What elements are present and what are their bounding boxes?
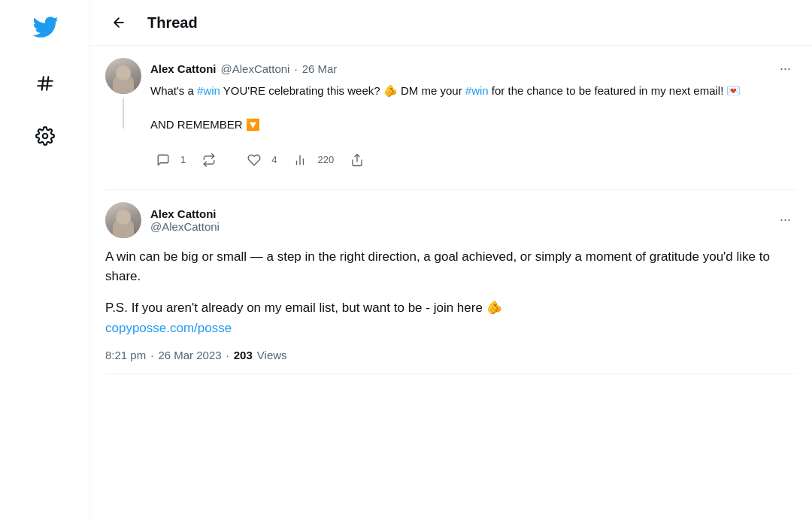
tweet-2-text: A win can be big or small — a step in th… bbox=[105, 247, 797, 338]
tweet-2-top: Alex Cattoni @AlexCattoni ··· bbox=[105, 202, 797, 238]
hashtag-icon bbox=[35, 74, 55, 93]
share-icon bbox=[350, 153, 364, 167]
heart-icon bbox=[247, 153, 261, 167]
tweet-1-more-button[interactable]: ··· bbox=[774, 58, 797, 80]
tweet-2-date: 26 Mar 2023 bbox=[158, 349, 221, 361]
bar-chart-icon bbox=[293, 153, 307, 167]
back-button[interactable] bbox=[105, 9, 132, 36]
thread-header: Thread bbox=[90, 0, 812, 46]
tweet-2-author-handle: @AlexCattoni bbox=[150, 220, 220, 233]
like-button[interactable]: 4 bbox=[241, 143, 287, 177]
tweet-1: Alex Cattoni @AlexCattoni · 26 Mar ··· W… bbox=[105, 46, 797, 190]
back-arrow-icon bbox=[111, 15, 126, 30]
reply-icon bbox=[156, 153, 170, 167]
tweet-2-meta: Alex Cattoni @AlexCattoni bbox=[150, 207, 220, 233]
tweet-2-link[interactable]: copyposse.com/posse bbox=[105, 321, 232, 335]
sidebar-item-settings[interactable] bbox=[29, 120, 61, 152]
tweets-container: Alex Cattoni @AlexCattoni · 26 Mar ··· W… bbox=[90, 46, 812, 374]
page-title: Thread bbox=[147, 14, 198, 32]
tweet-1-date: 26 Mar bbox=[302, 62, 338, 75]
views-icon-wrapper bbox=[287, 147, 313, 173]
tweet-2-footer: 8:21 pm · 26 Mar 2023 · 203 Views bbox=[105, 349, 797, 361]
tweet-2-paragraph-2: P.S. If you aren't already on my email l… bbox=[105, 298, 797, 338]
svg-point-4 bbox=[42, 134, 47, 139]
main-content: Thread Alex Cattoni @AlexCattoni · 26 Ma… bbox=[90, 0, 812, 523]
retweet-icon-wrapper bbox=[196, 147, 222, 173]
retweet-icon bbox=[202, 153, 216, 167]
views-button[interactable]: 220 bbox=[287, 143, 344, 177]
avatar-2[interactable] bbox=[105, 202, 141, 238]
tweet-1-text-middle: YOU'RE celebrating this week? 🫵 DM me yo… bbox=[220, 84, 465, 97]
share-button[interactable] bbox=[344, 143, 389, 177]
views-count: 220 bbox=[317, 154, 334, 165]
tweet-1-top: Alex Cattoni @AlexCattoni · 26 Mar ··· W… bbox=[105, 58, 797, 177]
tweet-1-header: Alex Cattoni @AlexCattoni · 26 Mar ··· bbox=[150, 58, 797, 80]
tweet-1-hashtag2[interactable]: #win bbox=[465, 84, 489, 97]
reply-icon-wrapper bbox=[150, 147, 176, 173]
share-icon-wrapper bbox=[344, 147, 370, 173]
gear-icon bbox=[35, 126, 55, 146]
tweet-1-hashtag1[interactable]: #win bbox=[197, 84, 220, 97]
sidebar-item-explore[interactable] bbox=[29, 68, 61, 99]
tweet-2: Alex Cattoni @AlexCattoni ··· A win can … bbox=[105, 190, 797, 374]
tweet-1-author-name: Alex Cattoni bbox=[150, 62, 217, 75]
reply-button[interactable]: 1 bbox=[150, 143, 196, 177]
tweet-2-paragraph-1: A win can be big or small — a step in th… bbox=[105, 247, 797, 287]
dot-sep-footer2: · bbox=[226, 349, 229, 361]
tweet-1-actions: 1 bbox=[150, 143, 797, 177]
tweet-1-text: What's a #win YOU'RE celebrating this we… bbox=[150, 83, 797, 134]
tweet-1-text-end: for the chance to be featured in my next… bbox=[489, 84, 741, 97]
reply-count: 1 bbox=[180, 154, 186, 165]
dot-separator-1: · bbox=[294, 62, 297, 75]
tweet-1-text-line2: AND REMEMBER 🔽 bbox=[150, 118, 260, 131]
tweet-2-ps-text: P.S. If you aren't already on my email l… bbox=[105, 301, 502, 315]
twitter-bird-icon bbox=[32, 14, 59, 41]
like-count: 4 bbox=[271, 154, 277, 165]
like-icon-wrapper bbox=[241, 147, 267, 173]
tweet-1-content: Alex Cattoni @AlexCattoni · 26 Mar ··· W… bbox=[150, 58, 797, 177]
tweet-1-meta: Alex Cattoni @AlexCattoni · 26 Mar bbox=[150, 62, 337, 75]
avatar-1[interactable] bbox=[105, 58, 141, 94]
svg-line-0 bbox=[41, 77, 43, 89]
retweet-button[interactable] bbox=[196, 143, 241, 177]
tweet-1-avatar-col bbox=[105, 58, 141, 128]
tweet-2-more-button[interactable]: ··· bbox=[774, 209, 797, 231]
sidebar bbox=[0, 0, 90, 523]
tweet-1-author-handle: @AlexCattoni bbox=[221, 62, 290, 75]
tweet-2-views-count: 203 bbox=[234, 349, 253, 361]
tweet-2-author-name: Alex Cattoni bbox=[150, 207, 220, 220]
tweet-1-text-before-hashtag1: What's a bbox=[150, 84, 197, 97]
tweet-2-time: 8:21 pm bbox=[105, 349, 146, 361]
svg-line-1 bbox=[47, 77, 48, 89]
dot-sep-footer: · bbox=[150, 349, 153, 361]
twitter-logo[interactable] bbox=[32, 14, 59, 44]
thread-connector-line bbox=[123, 98, 124, 128]
tweet-2-views-label: Views bbox=[257, 349, 287, 361]
